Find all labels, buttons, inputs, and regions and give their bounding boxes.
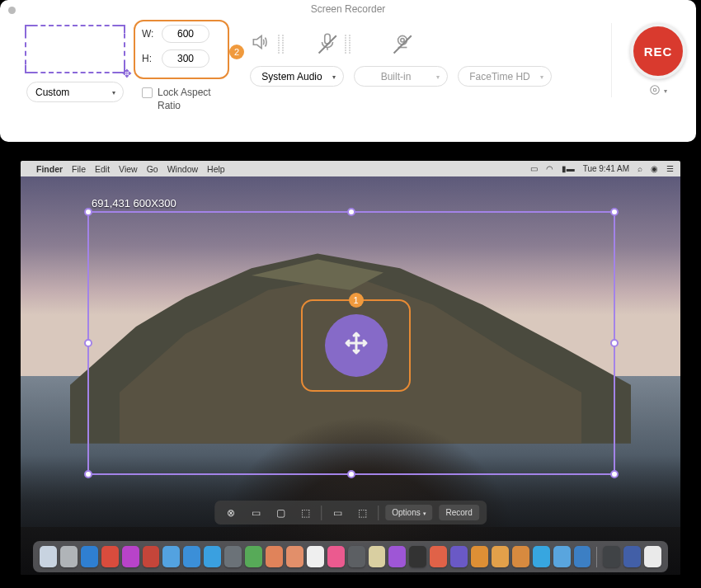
lock-aspect-checkbox[interactable] (142, 87, 153, 98)
move-highlight-box: 1 (301, 299, 411, 392)
toolbar: ✥ Custom ▾ 2 W: H: Lock Aspect Ratio (0, 18, 696, 121)
dock-icon[interactable] (245, 546, 262, 567)
chevron-down-icon: ▾ (664, 87, 667, 95)
move-mini-icon: ✥ (122, 67, 132, 80)
svg-point-2 (401, 39, 404, 42)
menu-item: Help (207, 164, 225, 174)
record-button[interactable]: REC (630, 23, 686, 79)
close-icon[interactable]: ⊗ (222, 506, 240, 520)
audio-camera-group: System Audio▾ Built-in▾ FaceTime HD▾ (250, 31, 552, 87)
dock-icon[interactable] (492, 546, 509, 567)
resize-handle-bm[interactable] (347, 470, 355, 478)
menu-item: Go (147, 164, 158, 174)
menu-item: Window (167, 164, 198, 174)
airplay-icon: ▭ (530, 164, 538, 173)
dock-icon[interactable] (101, 546, 119, 567)
width-input[interactable] (162, 25, 209, 43)
speaker-icon[interactable] (250, 31, 271, 56)
audio-source-select[interactable]: System Audio (250, 66, 344, 87)
dock-icon[interactable] (533, 546, 550, 567)
dock-icon[interactable] (224, 546, 242, 567)
dock-icon[interactable] (266, 546, 283, 567)
window-title: Screen Recorder (311, 3, 386, 15)
camera-off-icon[interactable] (392, 31, 413, 56)
dock-icon[interactable] (307, 546, 324, 567)
dock-icon[interactable] (60, 546, 78, 567)
dock-icon[interactable] (204, 546, 221, 567)
menu-item: File (72, 164, 86, 174)
dimensions-group: 2 W: H: Lock Aspect Ratio (142, 25, 237, 112)
dock-icon[interactable] (40, 546, 57, 567)
dock-icon[interactable] (644, 546, 661, 567)
recorder-window: Screen Recorder ✥ Custom ▾ 2 W: H: (0, 0, 696, 142)
move-arrows-icon (341, 328, 371, 363)
dock-icon[interactable] (388, 546, 406, 567)
svg-point-1 (398, 35, 407, 45)
lock-aspect-label: Lock Aspect Ratio (158, 86, 237, 112)
dock-icon[interactable] (286, 546, 303, 567)
mac-menubar: Finder File Edit View Go Window Help ▭ ◠… (21, 161, 680, 176)
region-select-graphic[interactable]: ✥ (25, 25, 125, 73)
menu-item: Edit (95, 164, 110, 174)
desktop-preview: Finder File Edit View Go Window Help ▭ ◠… (21, 161, 680, 575)
dock-icon[interactable] (409, 546, 426, 567)
capture-window-icon[interactable]: ▢ (271, 506, 289, 520)
dock-icon[interactable] (122, 546, 139, 567)
options-button[interactable]: Options ▾ (385, 505, 432, 520)
record-group: REC ▾ (611, 23, 686, 97)
menu-item: View (119, 164, 138, 174)
dock-icon[interactable] (143, 546, 160, 567)
record-action-button[interactable]: Record (440, 505, 479, 520)
dock-icon[interactable] (623, 546, 641, 567)
resize-handle-bl[interactable] (84, 470, 92, 478)
dock-icon[interactable] (574, 546, 591, 567)
dock-icon[interactable] (512, 546, 529, 567)
svg-rect-0 (325, 34, 331, 44)
resize-handle-tr[interactable] (610, 208, 619, 216)
region-preset-select[interactable]: Custom (26, 82, 124, 102)
settings-gear-icon[interactable] (649, 84, 661, 97)
selection-coords-label: 691,431 600X300 (92, 197, 176, 209)
record-screen-icon[interactable]: ▭ (328, 506, 346, 520)
region-group: ✥ Custom ▾ (21, 25, 129, 102)
height-input[interactable] (162, 49, 209, 68)
wifi-icon: ◠ (546, 164, 553, 173)
menubar-time: Tue 9:41 AM (583, 164, 629, 173)
wallpaper: 691,431 600X300 1 ⊗ ▭ ▢ ⬚ (21, 176, 680, 575)
capture-screen-icon[interactable]: ▭ (247, 506, 265, 520)
svg-point-4 (651, 86, 660, 95)
svg-point-3 (653, 88, 656, 92)
resize-handle-mr[interactable] (610, 339, 619, 347)
resize-handle-ml[interactable] (84, 339, 92, 347)
resize-handle-tm[interactable] (347, 208, 355, 216)
menu-icon: ☰ (666, 164, 674, 173)
record-selection-icon[interactable]: ⬚ (353, 506, 371, 520)
dock (33, 541, 668, 572)
search-icon: ⌕ (637, 164, 642, 173)
move-handle[interactable] (325, 314, 388, 377)
move-step-badge: 1 (349, 293, 364, 308)
siri-icon: ◉ (651, 164, 658, 173)
window-close-dot[interactable] (8, 7, 16, 14)
dock-icon[interactable] (327, 546, 345, 567)
resize-handle-tl[interactable] (84, 208, 92, 216)
camera-source-select[interactable]: FaceTime HD (458, 66, 552, 87)
dock-icon[interactable] (348, 546, 365, 567)
dock-icon[interactable] (183, 546, 200, 567)
mic-muted-icon[interactable] (317, 31, 338, 56)
dock-icon[interactable] (450, 546, 468, 567)
dock-icon[interactable] (553, 546, 571, 567)
dock-icon[interactable] (369, 546, 386, 567)
capture-selection-icon[interactable]: ⬚ (296, 506, 314, 520)
macos-screenshot-toolbar: ⊗ ▭ ▢ ⬚ ▭ ⬚ Options ▾ Record (214, 501, 487, 524)
dock-icon[interactable] (162, 546, 180, 567)
dock-icon[interactable] (471, 546, 488, 567)
dock-icon[interactable] (603, 546, 620, 567)
mic-source-select[interactable]: Built-in (354, 66, 448, 87)
dock-icon[interactable] (430, 546, 447, 567)
menu-item: Finder (36, 164, 63, 174)
battery-icon: ▮▬ (562, 164, 575, 173)
resize-handle-br[interactable] (610, 470, 619, 478)
width-label: W: (142, 28, 157, 40)
dock-icon[interactable] (81, 546, 98, 567)
